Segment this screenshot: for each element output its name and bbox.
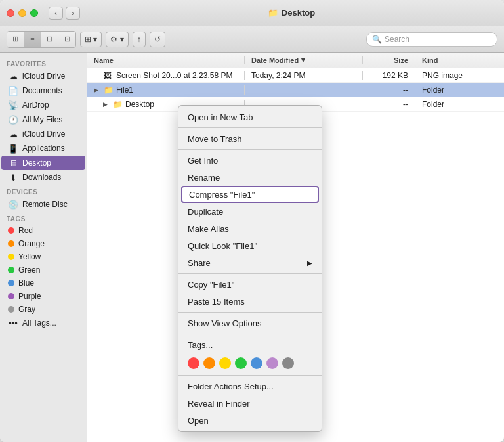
share-button[interactable]: ↑ (133, 32, 146, 47)
documents-icon: 📄 (8, 85, 18, 96)
view-btn-icon[interactable]: ⊞ (7, 32, 24, 47)
menu-item-duplicate[interactable]: Duplicate (178, 203, 322, 220)
traffic-lights (7, 9, 38, 17)
menu-item-share[interactable]: Share ▶ (178, 254, 322, 271)
menu-item-open[interactable]: Open (178, 412, 322, 429)
menu-tag-red[interactable] (188, 357, 200, 369)
table-row[interactable]: ▶ 📁 File1 -- Folder (87, 83, 504, 97)
menu-tag-blue[interactable] (251, 357, 262, 369)
sidebar-item-all-tags[interactable]: ••• All Tags... (1, 316, 85, 330)
menu-separator (178, 273, 322, 274)
sidebar-item-label: Blue (18, 278, 34, 288)
sidebar-item-orange[interactable]: Orange (1, 237, 85, 250)
minimize-button[interactable] (18, 9, 26, 17)
menu-item-move-trash[interactable]: Move to Trash (178, 130, 322, 147)
file-list-header: Name Date Modified ▾ Size Kind (87, 53, 504, 68)
menu-separator (178, 149, 322, 150)
menu-item-copy[interactable]: Copy "File1" (178, 276, 322, 293)
col-name-header[interactable]: Name (87, 56, 245, 64)
submenu-arrow: ▶ (307, 259, 312, 267)
menu-tag-gray[interactable] (282, 357, 294, 369)
arrangement-button[interactable]: ⊞ ▾ (80, 32, 102, 47)
sidebar-item-documents[interactable]: 📄 Documents (1, 83, 85, 98)
close-button[interactable] (7, 9, 14, 17)
file-size-cell: 192 KB (363, 71, 415, 80)
forward-button[interactable]: › (66, 7, 80, 20)
file-name-cell: ▶ 📁 File1 (87, 85, 245, 95)
sidebar-item-downloads[interactable]: ⬇ Downloads (1, 170, 85, 185)
edit-tags-button[interactable]: ↺ (150, 32, 165, 47)
yellow-dot (8, 254, 14, 260)
search-bar[interactable]: 🔍 Search (366, 32, 497, 47)
view-buttons: ⊞ ≡ ⊟ ⊡ (7, 31, 76, 48)
menu-tag-orange[interactable] (203, 357, 215, 369)
sidebar-item-gray[interactable]: Gray (1, 303, 85, 316)
sidebar-item-remote-disc[interactable]: 💿 Remote Disc (1, 197, 85, 211)
window-title: 📁 Desktop (85, 8, 497, 18)
sidebar-item-label: Purple (18, 292, 41, 301)
sidebar-item-red[interactable]: Red (1, 224, 85, 237)
file-area: Name Date Modified ▾ Size Kind 🖼 Screen … (87, 53, 504, 442)
sidebar-item-icloud-drive[interactable]: ☁ iCloud Drive (1, 69, 85, 83)
all-files-icon: 🕐 (8, 114, 18, 125)
applications-icon: 📱 (8, 143, 18, 154)
sidebar-item-all-my-files[interactable]: 🕐 All My Files (1, 112, 85, 127)
menu-item-folder-actions[interactable]: Folder Actions Setup... (178, 378, 322, 395)
menu-tag-colors (178, 353, 322, 373)
menu-tag-yellow[interactable] (219, 357, 231, 369)
menu-item-reveal-finder[interactable]: Reveal in Finder (178, 395, 322, 412)
desktop-icon: 🖥 (8, 158, 18, 168)
file-name: Desktop (125, 100, 154, 109)
menu-separator (178, 127, 322, 128)
purple-dot (8, 293, 14, 299)
toolbar: ⊞ ≡ ⊟ ⊡ ⊞ ▾ ⚙ ▾ ↑ ↺ 🔍 Search (0, 26, 504, 53)
menu-item-make-alias[interactable]: Make Alias (178, 220, 322, 237)
action-button[interactable]: ⚙ ▾ (106, 32, 128, 47)
remote-disc-icon: 💿 (8, 199, 18, 210)
menu-item-get-info[interactable]: Get Info (178, 152, 322, 169)
menu-item-paste[interactable]: Paste 15 Items (178, 293, 322, 310)
file-kind-cell: PNG image (415, 71, 504, 80)
sidebar-item-label: Yellow (18, 252, 41, 261)
context-menu: Open in New Tab Move to Trash Get Info R… (178, 105, 322, 432)
menu-item-tags[interactable]: Tags... (178, 336, 322, 353)
menu-separator (178, 312, 322, 313)
menu-tag-purple[interactable] (266, 357, 278, 369)
menu-tag-green[interactable] (235, 357, 247, 369)
sidebar-item-green[interactable]: Green (1, 263, 85, 276)
col-size-header[interactable]: Size (363, 56, 415, 64)
menu-item-rename[interactable]: Rename (178, 169, 322, 186)
file-kind-cell: Folder (415, 85, 504, 95)
sort-arrow: ▾ (301, 56, 305, 64)
expand-arrow: ▶ (94, 87, 100, 93)
file-size-cell: -- (363, 85, 415, 95)
sidebar-item-yellow[interactable]: Yellow (1, 250, 85, 263)
menu-item-compress[interactable]: Compress "File1" (181, 186, 319, 203)
sidebar-item-blue[interactable]: Blue (1, 276, 85, 290)
back-button[interactable]: ‹ (49, 7, 63, 20)
sidebar-item-label: Desktop (22, 158, 51, 167)
file-date-cell: Today, 2:24 PM (245, 71, 363, 80)
col-date-header[interactable]: Date Modified ▾ (245, 56, 363, 64)
sidebar-item-purple[interactable]: Purple (1, 290, 85, 303)
sidebar-item-desktop[interactable]: 🖥 Desktop (1, 156, 85, 170)
sidebar-item-applications[interactable]: 📱 Applications (1, 141, 85, 156)
col-kind-header[interactable]: Kind (415, 56, 504, 64)
view-btn-list[interactable]: ≡ (24, 32, 41, 47)
blue-dot (8, 280, 14, 286)
menu-item-quick-look[interactable]: Quick Look "File1" (178, 237, 322, 254)
finder-window: ‹ › 📁 Desktop ⊞ ≡ ⊟ ⊡ ⊞ ▾ ⚙ ▾ ↑ ↺ 🔍 Sear… (0, 0, 504, 442)
maximize-button[interactable] (30, 9, 38, 17)
view-btn-columns[interactable]: ⊟ (41, 32, 58, 47)
table-row[interactable]: 🖼 Screen Shot 20...0 at 2.23.58 PM Today… (87, 68, 504, 83)
sidebar-item-icloud-drive-2[interactable]: ☁ iCloud Drive (1, 127, 85, 141)
menu-item-open-new-tab[interactable]: Open in New Tab (178, 108, 322, 125)
sidebar-item-label: Documents (22, 86, 62, 95)
sidebar-item-airdrop[interactable]: 📡 AirDrop (1, 98, 85, 112)
menu-item-view-options[interactable]: Show View Options (178, 315, 322, 332)
search-placeholder: Search (385, 35, 410, 44)
icloud2-icon: ☁ (8, 129, 18, 139)
file-name: File1 (116, 85, 133, 95)
view-btn-cover[interactable]: ⊡ (58, 32, 75, 47)
sidebar-item-label: Remote Disc (22, 200, 68, 209)
